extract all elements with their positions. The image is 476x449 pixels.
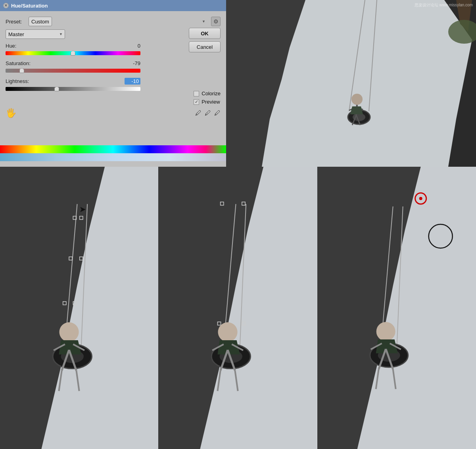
- action-buttons: OK Cancel: [189, 28, 221, 52]
- hue-label-row: Hue: 0: [6, 43, 140, 49]
- gear-button[interactable]: ⚙: [211, 17, 221, 26]
- saturation-label: Saturation:: [6, 60, 31, 66]
- svg-point-39: [218, 322, 238, 342]
- hue-gradient: [6, 51, 140, 55]
- preview-label: Preview: [202, 99, 220, 105]
- panel2-svg: [159, 167, 317, 449]
- saturation-track[interactable]: [6, 67, 140, 74]
- saturation-thumb[interactable]: [19, 68, 24, 73]
- eyedropper-icon-2[interactable]: 🖊: [205, 110, 211, 117]
- channel-select-wrapper: Master: [6, 29, 65, 39]
- preset-select[interactable]: Custom: [29, 17, 52, 26]
- saturation-gradient: [6, 69, 140, 73]
- lightness-value: -10: [125, 78, 140, 85]
- panel3-svg: [318, 167, 476, 449]
- gear-icon: ⚙: [213, 18, 219, 25]
- bottom-panel-1: ➤: [0, 167, 159, 449]
- hand-tool-icon[interactable]: 🖐: [6, 108, 16, 118]
- color-bar-rainbow: [0, 145, 226, 153]
- saturation-slider-row: Saturation: -79: [6, 60, 140, 74]
- svg-point-23: [59, 322, 79, 342]
- saturation-value: -79: [125, 60, 140, 66]
- svg-point-54: [376, 322, 395, 341]
- lightness-gradient: [6, 87, 140, 91]
- eyedropper-icon-1[interactable]: 🖊: [195, 110, 202, 117]
- saturation-label-row: Saturation: -79: [6, 60, 140, 66]
- photo-svg-top: [226, 0, 476, 167]
- hue-value: 0: [125, 43, 140, 49]
- title-bar: ✕ Hue/Saturation: [0, 0, 226, 11]
- hue-track[interactable]: [6, 50, 140, 56]
- options-row: Colorize Preview: [194, 91, 221, 105]
- hue-saturation-dialog: ✕ Hue/Saturation Preset: Custom ⚙ OK Can…: [0, 0, 226, 167]
- svg-point-6: [351, 94, 363, 105]
- lightness-thumb[interactable]: [54, 87, 59, 91]
- hue-thumb[interactable]: [71, 51, 75, 56]
- cancel-button[interactable]: Cancel: [189, 41, 221, 52]
- bottom-panel-3: [318, 167, 476, 449]
- bottom-panel-2: [159, 167, 317, 449]
- photo-area-top: 思楽设计论坛 www.missylan.com: [226, 0, 476, 167]
- slider-group: Hue: 0 Saturation: -79: [6, 43, 140, 92]
- bottom-bg-2: [159, 167, 317, 449]
- dialog-title: Hue/Saturation: [11, 3, 48, 9]
- eyedropper-icon-3[interactable]: 🖊: [214, 110, 221, 117]
- hue-slider-row: Hue: 0: [6, 43, 140, 56]
- lightness-label: Lightness:: [6, 78, 29, 84]
- cursor-arrow-icon: ➤: [79, 204, 86, 214]
- preset-label: Preset:: [6, 19, 25, 25]
- preset-row: Preset: Custom ⚙: [6, 17, 221, 26]
- dialog-content: Preset: Custom ⚙ OK Cancel M: [0, 11, 226, 122]
- colorize-label: Colorize: [202, 91, 221, 96]
- preview-row: Preview: [194, 99, 221, 105]
- channel-row: Master: [6, 29, 221, 39]
- channel-select[interactable]: Master: [6, 29, 65, 39]
- svg-point-50: [419, 197, 422, 200]
- eyedropper-group: 🖊 🖊 🖊: [195, 110, 221, 117]
- lightness-track[interactable]: [6, 86, 140, 92]
- bottom-bg-1: ➤: [0, 167, 158, 449]
- hue-label: Hue:: [6, 43, 16, 49]
- colorize-row: Colorize: [194, 91, 221, 96]
- watermark: 思楽设计论坛 www.missylan.com: [415, 2, 473, 8]
- preview-checkbox[interactable]: [194, 99, 199, 105]
- tools-row: 🖐 🖊 🖊 🖊: [6, 108, 221, 118]
- ok-button[interactable]: OK: [189, 28, 221, 39]
- preset-select-wrapper: Custom: [29, 17, 208, 26]
- top-half: ✕ Hue/Saturation Preset: Custom ⚙ OK Can…: [0, 0, 476, 167]
- color-bar-grey: [0, 153, 226, 161]
- close-button[interactable]: ✕: [3, 3, 9, 8]
- bottom-half: ➤: [0, 167, 476, 449]
- lightness-label-row: Lightness: -10: [6, 78, 140, 85]
- photo-background-top: 思楽设计论坛 www.missylan.com: [226, 0, 476, 167]
- bottom-bg-3: [318, 167, 476, 449]
- lightness-slider-row: Lightness: -10: [6, 78, 140, 92]
- colorize-checkbox[interactable]: [194, 91, 199, 96]
